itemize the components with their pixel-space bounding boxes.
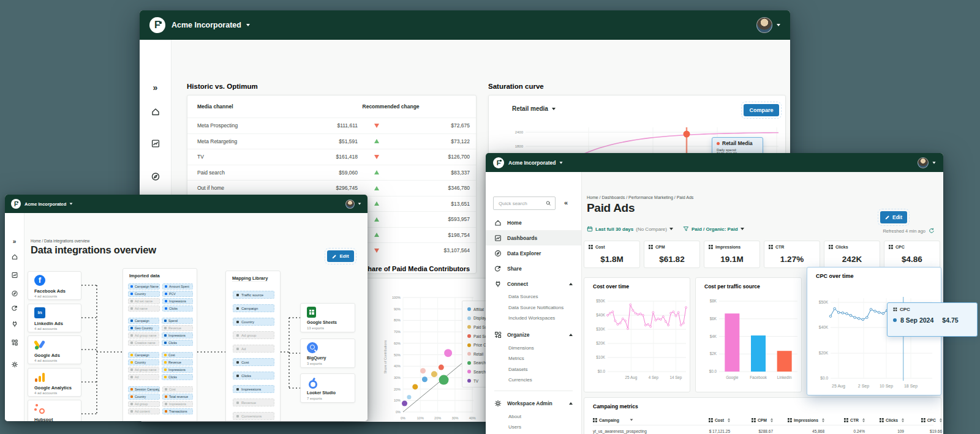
- field-chip[interactable]: Ad set name: [128, 298, 160, 304]
- sidebar-item-home[interactable]: Home: [486, 215, 581, 230]
- field-chip[interactable]: Revenue: [162, 359, 193, 365]
- sidebar-item-connect[interactable]: Connect: [486, 276, 581, 291]
- funnel-logo-icon[interactable]: F: [493, 157, 504, 168]
- metric-card[interactable]: CTR 1.27%: [764, 241, 820, 268]
- avatar[interactable]: [756, 17, 772, 33]
- column-header[interactable]: CPC: [904, 418, 942, 422]
- field-chip[interactable]: Ad name: [128, 305, 160, 312]
- field-chip[interactable]: PCV: [162, 291, 193, 297]
- refresh-icon[interactable]: [929, 228, 935, 234]
- mapping-chip[interactable]: Conversions: [233, 412, 274, 420]
- field-chip[interactable]: Spend: [162, 318, 193, 324]
- mapping-chip[interactable]: Ad group: [233, 331, 274, 339]
- data-explorer-icon[interactable]: [151, 172, 160, 181]
- channel-selector[interactable]: Retail media: [512, 105, 556, 112]
- search-box[interactable]: [493, 196, 556, 210]
- column-header[interactable]: CTR: [824, 418, 865, 422]
- mapping-chip[interactable]: Campaign: [233, 304, 274, 312]
- company-switcher[interactable]: Acme Incorporated: [172, 21, 241, 29]
- sidebar-item-data-explorer[interactable]: Data Explorer: [486, 245, 581, 261]
- sidebar-subitem[interactable]: Dimensions: [486, 343, 581, 354]
- field-chip[interactable]: Total revenue: [162, 394, 193, 400]
- field-chip[interactable]: Creative name: [128, 340, 159, 346]
- chevron-down-icon[interactable]: [560, 162, 563, 163]
- chevron-down-icon[interactable]: [932, 162, 935, 163]
- company-switcher[interactable]: Acme Incorporated: [508, 160, 556, 166]
- field-chip[interactable]: Ad group: [128, 401, 160, 407]
- mapping-chip[interactable]: Clicks: [233, 372, 274, 380]
- sidebar-subitem[interactable]: Datasets: [486, 364, 581, 375]
- field-chip[interactable]: Revenue: [162, 325, 193, 331]
- metric-card[interactable]: CPM $61.82: [644, 241, 700, 268]
- date-range-filter[interactable]: Last full 30 days (No Compare): [587, 226, 673, 232]
- sidebar-subitem[interactable]: Included Workspaces: [486, 313, 581, 324]
- metric-card[interactable]: Clicks 242K: [824, 241, 880, 268]
- field-chip[interactable]: Geo Country: [128, 325, 159, 331]
- field-chip[interactable]: Country: [128, 359, 159, 365]
- home-icon[interactable]: [151, 107, 160, 116]
- collapse-sidebar-icon[interactable]: «: [564, 199, 568, 206]
- sidebar-subitem[interactable]: Data Source Notifications: [486, 302, 581, 313]
- mapping-chip[interactable]: Country: [233, 318, 274, 326]
- field-chip[interactable]: Impressions: [162, 332, 193, 339]
- field-chip[interactable]: Cost: [162, 352, 193, 358]
- sidebar-item-dashboards[interactable]: Dashboards: [486, 230, 581, 245]
- avatar[interactable]: [918, 157, 929, 168]
- column-header[interactable]: Campaing: [593, 418, 685, 422]
- field-chip[interactable]: Country: [128, 394, 160, 400]
- field-chip[interactable]: Ad: [128, 374, 159, 380]
- integration-source-card[interactable]: Google Ads 4 ad accounts: [28, 335, 81, 364]
- metric-card[interactable]: Impressions 19.1M: [704, 241, 760, 268]
- avatar[interactable]: [345, 200, 355, 209]
- field-chip[interactable]: Transactions: [162, 408, 193, 414]
- sidebar-subitem[interactable]: Currencies: [486, 375, 581, 386]
- expand-sidebar-icon[interactable]: »: [153, 83, 158, 92]
- field-chip[interactable]: Country: [128, 291, 160, 297]
- field-chip[interactable]: Clicks: [162, 374, 193, 380]
- field-chip[interactable]: Ad content: [128, 408, 160, 414]
- export-destination-card[interactable]: Looker Studio 7 exports: [300, 373, 355, 403]
- company-switcher[interactable]: Acme Incorporated: [24, 201, 66, 207]
- mapping-chip[interactable]: Revenue: [233, 398, 274, 406]
- metric-card[interactable]: Cost $1.8M: [584, 241, 640, 268]
- mapping-chip[interactable]: Ad: [233, 345, 274, 353]
- field-chip[interactable]: Ad group name: [128, 367, 159, 373]
- export-destination-card[interactable]: BigQuery 3 exports: [300, 339, 355, 368]
- mapping-chip[interactable]: Cost: [233, 358, 274, 366]
- field-chip[interactable]: Campaign: [128, 352, 159, 358]
- field-chip[interactable]: Ad group name: [128, 332, 159, 339]
- integration-source-card[interactable]: Google Analytics 4 ad accounts: [28, 368, 81, 397]
- chevron-down-icon[interactable]: [777, 24, 780, 26]
- export-destination-card[interactable]: Google Sheets 13 exports: [300, 303, 355, 332]
- field-chip[interactable]: Amount Spent: [162, 283, 193, 290]
- sidebar-subitem[interactable]: Users: [486, 422, 581, 433]
- edit-button[interactable]: Edit: [880, 211, 907, 223]
- integration-source-card[interactable]: LinkedIn Ads 4 ad accounts: [28, 304, 81, 332]
- sidebar-item-share[interactable]: Share: [486, 261, 581, 276]
- search-input[interactable]: [497, 200, 543, 207]
- funnel-logo-icon[interactable]: F: [149, 17, 165, 33]
- chevron-down-icon[interactable]: [358, 203, 361, 204]
- field-chip[interactable]: Cost: [162, 386, 193, 392]
- metric-card[interactable]: CPC $4.86: [884, 241, 940, 268]
- column-header[interactable]: Cost: [685, 418, 730, 422]
- paid-organic-filter[interactable]: Paid / Organic: Paid: [683, 226, 744, 232]
- dashboards-icon[interactable]: [151, 139, 160, 148]
- sidebar-subitem[interactable]: Data Sources: [486, 291, 581, 302]
- field-chip[interactable]: Clicks: [162, 340, 193, 346]
- field-chip[interactable]: Impressions: [162, 401, 193, 407]
- funnel-logo-icon[interactable]: F: [11, 199, 21, 209]
- mapping-chip[interactable]: Traffic source: [233, 291, 274, 299]
- field-chip[interactable]: Session Campaign: [128, 386, 160, 392]
- column-header[interactable]: Impressions: [773, 418, 824, 422]
- column-header[interactable]: Clicks: [865, 418, 904, 422]
- field-chip[interactable]: Impressions: [162, 367, 193, 373]
- integration-source-card[interactable]: Facebook Ads 4 ad accounts: [28, 271, 81, 300]
- sidebar-item-workspace-admin[interactable]: Workspace Admin: [486, 396, 581, 411]
- chevron-down-icon[interactable]: [70, 203, 73, 204]
- compare-button[interactable]: Compare: [744, 104, 779, 116]
- sidebar-item-organize[interactable]: Organize: [486, 327, 581, 343]
- sidebar-subitem[interactable]: About: [486, 411, 581, 422]
- column-header[interactable]: CPM: [730, 418, 773, 422]
- field-chip[interactable]: Campaign Name: [128, 283, 160, 290]
